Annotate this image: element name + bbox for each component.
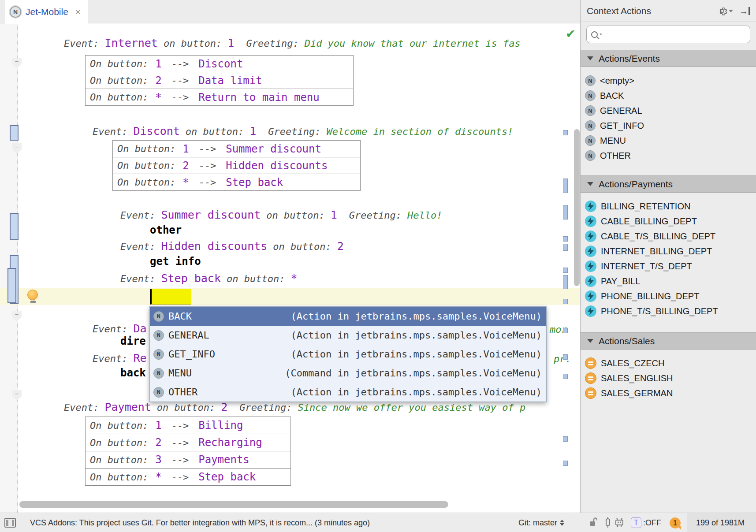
panel-search[interactable]: [586, 26, 750, 43]
event-name[interactable]: Internet: [104, 37, 157, 49]
table-row[interactable]: On button: 2 --> Recharging: [85, 434, 291, 451]
event-line-hidden[interactable]: Event: Hidden discounts on button: 2: [120, 240, 350, 253]
typesystem-toggle[interactable]: T :OFF: [631, 513, 661, 532]
status-message[interactable]: VCS Addons: This project uses Git. For b…: [30, 513, 370, 532]
panel-item-billing-retention[interactable]: BILLING_RETENTION: [581, 199, 756, 214]
greeting-text[interactable]: Did you know that our internet is fas: [305, 38, 521, 49]
vertical-scrollbar[interactable]: [574, 129, 580, 286]
horizontal-scrollbar[interactable]: [19, 501, 448, 508]
panel-item-sales-german[interactable]: SALES_GERMAN: [581, 386, 756, 401]
intention-bulb-icon[interactable]: [27, 290, 39, 304]
panel-item-cable-billing[interactable]: CABLE_BILLING_DEPT: [581, 214, 756, 229]
section-header-events[interactable]: Actions/Events: [581, 50, 756, 67]
row-target[interactable]: Payments: [198, 454, 250, 466]
panel-item-general[interactable]: N GENERAL: [581, 103, 756, 118]
gear-icon[interactable]: [717, 6, 733, 16]
completion-item-menu[interactable]: N MENU (Command in jetbrains.mps.samples…: [150, 364, 546, 383]
git-branch-widget[interactable]: Git: master: [518, 513, 564, 532]
panel-item-phone-billing[interactable]: PHONE_BILLING_DEPT: [581, 289, 756, 304]
search-options-caret-icon[interactable]: [600, 33, 602, 35]
event-name[interactable]: Summer discount: [161, 208, 261, 221]
action-cell[interactable]: other: [150, 224, 182, 236]
section-header-payments[interactable]: Actions/Payments: [581, 175, 756, 193]
row-target[interactable]: Return to main menu: [198, 91, 320, 104]
toolwindow-toggle-icon[interactable]: [4, 518, 16, 530]
row-button[interactable]: *: [153, 91, 164, 104]
greeting-text[interactable]: Welcome in section of discounts!: [327, 126, 514, 137]
lock-icon[interactable]: [589, 517, 597, 530]
row-target[interactable]: Summer discount: [226, 143, 321, 155]
row-button[interactable]: *: [180, 176, 191, 189]
notification-balloon[interactable]: 1: [670, 517, 681, 528]
panel-item-phone-ts-billing[interactable]: PHONE_T/S_BILLING_DEPT: [581, 304, 756, 319]
row-button[interactable]: 1: [153, 419, 164, 432]
panel-item-cable-ts-billing[interactable]: CABLE_T/S_BILLING_DEPT: [581, 229, 756, 244]
row-button[interactable]: 2: [153, 74, 164, 87]
row-button[interactable]: 1: [180, 143, 191, 155]
row-button[interactable]: 2: [153, 436, 164, 449]
panel-item-pay-bill[interactable]: PAY_BILL: [581, 274, 756, 289]
button-number[interactable]: *: [290, 272, 297, 285]
projectional-editor[interactable]: − − − − Event: Internet on button: 1 Gre…: [0, 23, 580, 513]
editing-cell[interactable]: [150, 289, 191, 305]
table-row[interactable]: On button: * --> Return to main menu: [85, 89, 354, 106]
action-cell[interactable]: back: [120, 367, 146, 379]
panel-item-empty[interactable]: N <empty>: [581, 73, 756, 88]
row-target[interactable]: Recharging: [198, 436, 262, 449]
button-number[interactable]: 2: [337, 240, 344, 253]
button-number[interactable]: 1: [227, 37, 234, 49]
table-row[interactable]: On button: 1 --> Billing: [85, 417, 291, 434]
greeting-text[interactable]: Hello!: [407, 210, 442, 221]
event-name[interactable]: Re: [133, 352, 146, 365]
table-row[interactable]: On button: 3 --> Payments: [85, 451, 291, 469]
panel-item-menu[interactable]: N MENU: [581, 133, 756, 148]
event-name[interactable]: Discont: [133, 125, 179, 138]
completion-item-other[interactable]: N OTHER (Action in jetbrains.mps.samples…: [150, 383, 546, 402]
panel-item-sales-english[interactable]: SALES_ENGLISH: [581, 371, 756, 386]
table-row[interactable]: On button: 2 --> Hidden discounts: [112, 157, 361, 174]
panel-item-other[interactable]: N OTHER: [581, 148, 756, 163]
action-cell[interactable]: dire: [120, 335, 146, 347]
row-target[interactable]: Step back: [198, 471, 256, 483]
event-name[interactable]: Payment: [104, 401, 151, 413]
completion-item-general[interactable]: N GENERAL (Action in jetbrains.mps.sampl…: [150, 326, 546, 345]
event-name[interactable]: Step back: [161, 272, 220, 285]
panel-item-sales-czech[interactable]: SALES_CZECH: [581, 356, 756, 371]
row-target[interactable]: Hidden discounts: [226, 160, 328, 172]
event-line-payment[interactable]: Event: Payment on button: 2 Greeting: Si…: [64, 401, 531, 413]
panel-item-internet-billing[interactable]: INTERNET_BILLING_DEPT: [581, 244, 756, 259]
event-line-stepback[interactable]: Event: Step back on button: *: [120, 272, 303, 285]
event-line-summer[interactable]: Event: Summer discount on button: 1 Gree…: [120, 208, 448, 221]
row-button[interactable]: 1: [153, 58, 164, 70]
hints-icons[interactable]: [605, 517, 624, 528]
table-row[interactable]: On button: * --> Step back: [85, 468, 291, 486]
event-line-discont[interactable]: Event: Discont on button: 1 Greeting: We…: [93, 125, 519, 138]
table-row[interactable]: On button: 1 --> Discont: [85, 55, 354, 72]
button-number[interactable]: 1: [250, 125, 256, 138]
panel-item-back[interactable]: N BACK: [581, 88, 756, 103]
row-target[interactable]: Billing: [198, 419, 243, 432]
memory-indicator[interactable]: 199 of 1981M: [687, 513, 756, 532]
event-line-data-limit-partial[interactable]: Event: Da: [93, 322, 153, 335]
greeting-text[interactable]: Since now we offer you easiest way of p: [298, 402, 526, 413]
panel-item-internet-ts[interactable]: INTERNET_T/S_DEPT: [581, 259, 756, 274]
table-row[interactable]: On button: 2 --> Data limit: [85, 72, 354, 89]
event-name[interactable]: Hidden discounts: [161, 240, 267, 253]
completion-item-back[interactable]: N BACK (Action in jetbrains.mps.samples.…: [150, 307, 546, 326]
event-line-return-partial[interactable]: Event: Re: [93, 352, 153, 365]
button-number[interactable]: 1: [331, 208, 337, 221]
row-button[interactable]: 3: [153, 454, 164, 466]
row-button[interactable]: *: [153, 471, 164, 483]
row-target[interactable]: Discont: [198, 58, 243, 70]
action-cell[interactable]: get info: [150, 255, 201, 268]
panel-item-get-info[interactable]: N GET_INFO: [581, 118, 756, 133]
table-row[interactable]: On button: 1 --> Summer discount: [112, 140, 361, 157]
close-icon[interactable]: ×: [75, 7, 81, 17]
row-target[interactable]: Step back: [226, 176, 283, 189]
button-number[interactable]: 2: [221, 401, 227, 413]
event-name[interactable]: Da: [133, 322, 146, 335]
tab-jet-mobile[interactable]: N Jet-Mobile ×: [5, 0, 88, 24]
hide-panel-icon[interactable]: →: [739, 7, 750, 15]
row-target[interactable]: Data limit: [198, 74, 262, 87]
row-button[interactable]: 2: [180, 160, 191, 172]
